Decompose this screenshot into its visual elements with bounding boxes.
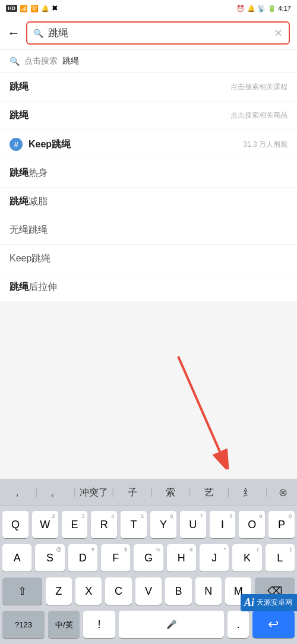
- search-icon: 🔍: [33, 29, 43, 38]
- suggestion-item-1[interactable]: 跳绳 点击搜索相关课程: [0, 73, 297, 102]
- key-b[interactable]: B: [165, 577, 191, 605]
- status-right: ⏰ 🔔 📡 🔋 4:17: [236, 5, 291, 12]
- cancel-icon: ✖: [52, 4, 58, 12]
- ime-separator-7: |: [262, 479, 271, 506]
- shift-key[interactable]: ⇧: [2, 577, 42, 605]
- key-a[interactable]: A: [2, 544, 31, 572]
- ime-suggestion-comma[interactable]: ,: [2, 479, 32, 506]
- ime-suggestion-chongtu[interactable]: 冲突了: [79, 479, 109, 506]
- watermark-logo: Ai: [244, 596, 254, 609]
- battery-icon: 🔋: [268, 5, 276, 12]
- suggestion-item-4[interactable]: 跳绳热身: [0, 159, 297, 188]
- suggestion-text-8: 跳绳后拉伸: [10, 281, 57, 293]
- wifi-icon: 🛜: [30, 5, 39, 12]
- key-p[interactable]: 0P: [268, 511, 295, 538]
- key-h[interactable]: &H: [167, 544, 196, 572]
- search-area: ← 🔍 跳绳 ✕: [0, 17, 297, 50]
- search-hint-keyword: 跳绳: [62, 56, 79, 67]
- key-w[interactable]: 2W: [32, 511, 58, 538]
- key-rows: Q 2W 3E 4R 5T 6Y 7U 8I 9O 0P A @S #D $F …: [0, 506, 297, 638]
- keyboard-row-2: A @S #D $F %G &H *J (K )L: [2, 544, 295, 572]
- key-e[interactable]: 3E: [62, 511, 88, 538]
- suggestion-item-7[interactable]: Keep跳绳: [0, 245, 297, 273]
- key-y[interactable]: 6Y: [150, 511, 176, 538]
- key-n[interactable]: N: [195, 577, 222, 605]
- suggestion-left-6: 无绳跳绳: [10, 224, 48, 236]
- search-clear-button[interactable]: ✕: [274, 27, 283, 40]
- suggestions-area: 🔍 点击搜索 跳绳 跳绳 点击搜索相关课程 跳绳 点击搜索相关商品 # Keep…: [0, 50, 297, 302]
- suggestion-item-2[interactable]: 跳绳 点击搜索相关商品: [0, 102, 297, 130]
- ime-separator-2: |: [70, 479, 79, 506]
- suggestion-item-3[interactable]: # Keep跳绳 31.3 万人围观: [0, 130, 297, 159]
- notification-icon: 🔔: [41, 5, 49, 12]
- key-c[interactable]: C: [105, 577, 131, 605]
- suggestion-left-1: 跳绳: [10, 81, 29, 93]
- ime-suggestion-zi[interactable]: 子: [118, 479, 147, 506]
- ime-separator-5: |: [185, 479, 194, 506]
- ime-suggestion-yi[interactable]: 艺: [194, 479, 224, 506]
- status-left: HD 📶 🛜 🔔 ✖: [6, 4, 58, 12]
- time-display: 4:17: [279, 5, 291, 12]
- keyboard-row-4: ?123 中/英 ! 🎤 . ↩: [2, 611, 295, 638]
- suggestion-text-2: 跳绳: [10, 109, 29, 122]
- suggestion-left-8: 跳绳后拉伸: [10, 281, 57, 293]
- return-key[interactable]: ↩: [252, 611, 295, 638]
- hd-badge: HD: [6, 5, 17, 12]
- suggestion-text-1: 跳绳: [10, 81, 29, 93]
- hashtag-icon: #: [10, 138, 23, 151]
- suggestion-right-2: 点击搜索相关商品: [230, 111, 287, 121]
- key-r[interactable]: 4R: [91, 511, 117, 538]
- key-f[interactable]: $F: [101, 544, 130, 572]
- keyboard-container: , | 。 | 冲突了 | 子 | 索 | 艺 | 纟 | ⊗ Q 2W 3E …: [0, 479, 297, 644]
- suggestion-item-6[interactable]: 无绳跳绳: [0, 216, 297, 245]
- red-arrow: [160, 351, 249, 469]
- suggestion-right-3: 31.3 万人围观: [243, 140, 287, 150]
- key-k[interactable]: (K: [232, 544, 261, 572]
- ime-suggestion-period[interactable]: 。: [41, 479, 71, 506]
- watermark-text: 天源安卓网: [257, 598, 292, 608]
- suggestion-left-7: Keep跳绳: [10, 252, 50, 265]
- key-q[interactable]: Q: [2, 511, 29, 538]
- space-key[interactable]: 🎤: [119, 611, 225, 638]
- suggestion-left-2: 跳绳: [10, 109, 29, 122]
- key-x[interactable]: X: [75, 577, 102, 605]
- search-input[interactable]: 跳绳: [48, 26, 269, 40]
- key-z[interactable]: Z: [46, 577, 72, 605]
- ime-suggestion-row: , | 。 | 冲突了 | 子 | 索 | 艺 | 纟 | ⊗: [0, 479, 297, 506]
- watermark: Ai 天源安卓网: [241, 594, 297, 611]
- suggestion-text-4: 跳绳热身: [10, 167, 48, 179]
- key-v[interactable]: V: [135, 577, 162, 605]
- ime-suggestion-si[interactable]: 纟: [233, 479, 263, 506]
- suggestion-left-4: 跳绳热身: [10, 167, 48, 179]
- keyboard-row-1: Q 2W 3E 4R 5T 6Y 7U 8I 9O 0P: [2, 511, 295, 538]
- suggestion-item-5[interactable]: 跳绳减脂: [0, 188, 297, 216]
- suggestion-item-8[interactable]: 跳绳后拉伸: [0, 273, 297, 302]
- key-d[interactable]: #D: [68, 544, 97, 572]
- key-s[interactable]: @S: [35, 544, 64, 572]
- search-hint-row[interactable]: 🔍 点击搜索 跳绳: [0, 50, 297, 73]
- search-box[interactable]: 🔍 跳绳 ✕: [26, 21, 290, 45]
- key-o[interactable]: 9O: [239, 511, 265, 538]
- key-i[interactable]: 8I: [210, 511, 236, 538]
- key-j[interactable]: *J: [200, 544, 229, 572]
- suggestion-left-3: # Keep跳绳: [10, 138, 71, 151]
- key-t[interactable]: 5T: [121, 511, 147, 538]
- suggestion-text-5: 跳绳减脂: [10, 195, 48, 208]
- ime-separator-1: |: [32, 479, 41, 506]
- key-g[interactable]: %G: [134, 544, 163, 572]
- search-hint-icon: 🔍: [10, 56, 20, 66]
- key-u[interactable]: 7U: [180, 511, 206, 538]
- status-bar: HD 📶 🛜 🔔 ✖ ⏰ 🔔 📡 🔋 4:17: [0, 0, 297, 17]
- suggestion-text-3: Keep跳绳: [29, 138, 71, 151]
- ime-separator-3: |: [109, 479, 118, 506]
- mic-key[interactable]: !: [83, 611, 115, 638]
- ime-suggestion-suo[interactable]: 索: [156, 479, 185, 506]
- num-switch-key[interactable]: ?123: [2, 611, 45, 638]
- lang-key[interactable]: 中/英: [48, 611, 80, 638]
- key-l[interactable]: )L: [266, 544, 295, 572]
- back-button[interactable]: ←: [7, 27, 20, 40]
- svg-line-1: [178, 356, 220, 452]
- period-key[interactable]: .: [228, 611, 249, 638]
- suggestion-right-1: 点击搜索相关课程: [230, 82, 287, 92]
- ime-delete-button[interactable]: ⊗: [271, 486, 295, 499]
